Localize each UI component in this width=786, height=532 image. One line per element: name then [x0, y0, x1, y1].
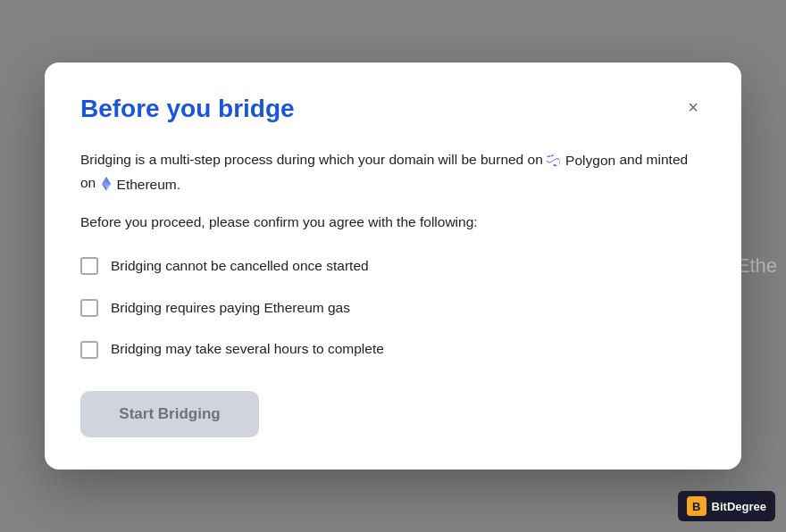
ethereum-icon	[100, 177, 113, 191]
close-button[interactable]: ×	[681, 95, 706, 120]
bitdegree-badge: B BitDegree	[678, 491, 775, 521]
modal-title: Before you bridge	[80, 95, 295, 123]
ethereum-inline: Ethereum.	[100, 173, 181, 196]
checkbox-label-1: Bridging cannot be cancelled once starte…	[111, 255, 369, 278]
checkbox-label-3: Bridging may take several hours to compl…	[111, 338, 384, 361]
start-bridging-button[interactable]: Start Bridging	[80, 391, 259, 437]
polygon-icon	[547, 154, 561, 168]
modal-header: Before you bridge ×	[80, 95, 706, 123]
checkbox-item-3[interactable]: Bridging may take several hours to compl…	[80, 338, 706, 361]
checkboxes-container: Bridging cannot be cancelled once starte…	[80, 255, 706, 361]
checkbox-item-2[interactable]: Bridging requires paying Ethereum gas	[80, 297, 706, 320]
description-text: Bridging is a multi-step process during …	[80, 148, 706, 195]
checkbox-3[interactable]	[80, 341, 98, 359]
checkbox-item-1[interactable]: Bridging cannot be cancelled once starte…	[80, 255, 706, 278]
checkbox-label-2: Bridging requires paying Ethereum gas	[111, 297, 350, 320]
confirm-text: Before you proceed, please confirm you a…	[80, 212, 706, 234]
modal-dialog: Before you bridge × Bridging is a multi-…	[45, 62, 741, 470]
background-text: Ethe	[737, 254, 777, 278]
polygon-label: Polygon	[565, 149, 615, 172]
polygon-inline: Polygon	[547, 149, 615, 172]
checkbox-2[interactable]	[80, 299, 98, 317]
modal-body: Bridging is a multi-step process during …	[80, 148, 706, 438]
description-part1: Bridging is a multi-step process during …	[80, 152, 543, 167]
bitdegree-name: BitDegree	[712, 500, 766, 513]
ethereum-label: Ethereum.	[117, 173, 181, 196]
bitdegree-logo: B	[687, 496, 707, 516]
checkbox-1[interactable]	[80, 257, 98, 275]
